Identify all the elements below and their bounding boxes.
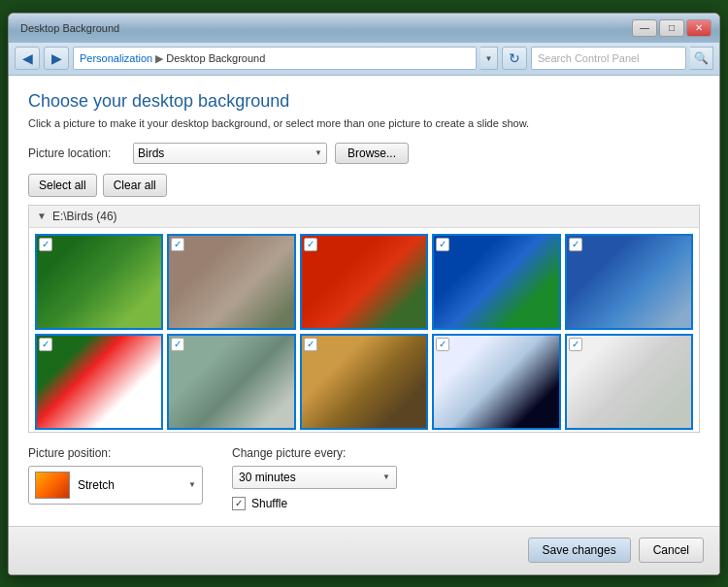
breadcrumb-arrow: ▶ (155, 52, 163, 65)
title-controls: — □ ✕ (632, 19, 711, 37)
list-item[interactable]: ✓ (300, 334, 428, 430)
image-grid-container[interactable]: ▼ E:\Birds (46) ✓✓✓✓✓✓✓✓✓✓✓✓✓✓✓ (28, 205, 700, 433)
location-row: Picture location: Birds ▼ Browse... (28, 143, 700, 164)
browse-button[interactable]: Browse... (335, 143, 409, 164)
shuffle-label: Shuffle (251, 497, 287, 510)
clear-all-button[interactable]: Clear all (103, 174, 167, 197)
position-label: Picture position: (28, 446, 203, 460)
thumbnail-image (434, 336, 558, 428)
thumbnail-image (567, 236, 691, 328)
list-item[interactable]: ✓ (565, 234, 693, 330)
thumbnail-image (567, 336, 691, 428)
search-placeholder: Search Control Panel (538, 52, 640, 64)
shuffle-checkbox[interactable]: ✓ (232, 497, 246, 510)
address-bar: ◀ ▶ Personalization ▶ Desktop Background… (9, 43, 719, 76)
location-label: Picture location: (28, 147, 125, 160)
breadcrumb-part1[interactable]: Personalization (80, 52, 152, 64)
thumbnail-checkbox[interactable]: ✓ (436, 238, 449, 251)
main-window: Desktop Background — □ ✕ ◀ ▶ Personaliza… (8, 13, 720, 575)
thumbnail-checkbox[interactable]: ✓ (569, 338, 582, 351)
position-group: Picture position: Stretch ▼ (28, 446, 203, 505)
refresh-button[interactable]: ↻ (502, 47, 527, 70)
search-bar: Search Control Panel (531, 47, 686, 70)
window-title: Desktop Background (20, 22, 119, 34)
bottom-options: Picture position: Stretch ▼ Change pictu… (28, 446, 700, 510)
minimize-button[interactable]: — (632, 19, 657, 37)
thumbnail-checkbox[interactable]: ✓ (39, 338, 52, 351)
address-dropdown[interactable]: ▼ (480, 47, 498, 70)
interval-group: Change picture every: 30 minutes ▼ ✓ Shu… (232, 446, 397, 510)
chevron-down-icon: ▼ (314, 148, 322, 157)
position-thumbnail (35, 472, 70, 499)
thumbnail-checkbox[interactable]: ✓ (304, 238, 317, 251)
select-all-button[interactable]: Select all (28, 174, 97, 197)
list-item[interactable]: ✓ (432, 334, 560, 430)
list-item[interactable]: ✓ (300, 234, 428, 330)
list-item[interactable]: ✓ (35, 334, 163, 430)
thumbnail-checkbox[interactable]: ✓ (436, 338, 449, 351)
cancel-button[interactable]: Cancel (639, 538, 704, 563)
thumbnail-checkbox[interactable]: ✓ (171, 238, 184, 251)
action-row: Select all Clear all (28, 174, 700, 197)
back-button[interactable]: ◀ (15, 47, 40, 70)
close-button[interactable]: ✕ (686, 19, 711, 37)
title-bar: Desktop Background — □ ✕ (9, 14, 719, 43)
breadcrumb: Personalization ▶ Desktop Background (73, 47, 477, 70)
content-area: Choose your desktop background Click a p… (9, 76, 719, 526)
thumbnail-image (434, 236, 558, 328)
maximize-button[interactable]: □ (659, 19, 684, 37)
footer: Save changes Cancel (9, 526, 719, 574)
page-subtitle: Click a picture to make it your desktop … (28, 117, 700, 129)
shuffle-row: ✓ Shuffle (232, 497, 397, 510)
thumbnail-image (169, 236, 293, 328)
thumbnail-checkbox[interactable]: ✓ (569, 238, 582, 251)
thumbnail-checkbox[interactable]: ✓ (171, 338, 184, 351)
image-grid: ✓✓✓✓✓✓✓✓✓✓✓✓✓✓✓ (29, 228, 699, 433)
thumbnail-image (37, 236, 161, 328)
location-select[interactable]: Birds ▼ (133, 143, 327, 164)
interval-label: Change picture every: (232, 446, 397, 460)
thumbnail-image (169, 336, 293, 428)
location-value: Birds (138, 147, 164, 160)
interval-select[interactable]: 30 minutes ▼ (232, 466, 397, 489)
thumbnail-checkbox[interactable]: ✓ (304, 338, 317, 351)
thumbnail-image (302, 336, 426, 428)
forward-button[interactable]: ▶ (44, 47, 69, 70)
interval-value: 30 minutes (239, 471, 296, 484)
page-title: Choose your desktop background (28, 91, 700, 112)
interval-chevron-icon: ▼ (382, 473, 390, 481)
search-button[interactable]: 🔍 (690, 47, 713, 70)
save-changes-button[interactable]: Save changes (528, 538, 631, 563)
breadcrumb-part2: Desktop Background (166, 52, 265, 64)
grid-header: ▼ E:\Birds (46) (29, 206, 699, 228)
list-item[interactable]: ✓ (565, 334, 693, 430)
grid-header-label: E:\Birds (46) (52, 210, 117, 223)
position-chevron-icon: ▼ (188, 480, 196, 489)
list-item[interactable]: ✓ (167, 234, 295, 330)
thumbnail-image (37, 336, 161, 428)
position-value: Stretch (78, 478, 181, 492)
list-item[interactable]: ✓ (432, 234, 560, 330)
list-item[interactable]: ✓ (167, 334, 295, 430)
list-item[interactable]: ✓ (35, 234, 163, 330)
thumbnail-checkbox[interactable]: ✓ (39, 238, 52, 251)
position-select[interactable]: Stretch ▼ (28, 466, 203, 505)
thumbnail-image (302, 236, 426, 328)
collapse-icon: ▼ (37, 211, 47, 221)
